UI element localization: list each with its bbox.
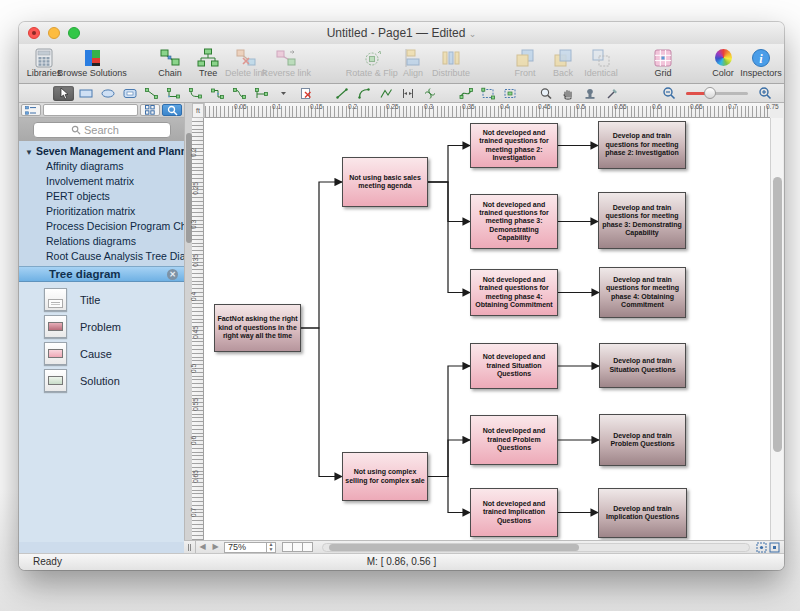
toolbar-libraries-button[interactable]: Libraries: [27, 46, 61, 78]
tree-connector-tool[interactable]: [207, 86, 228, 101]
diagram-node-solution[interactable]: Develop and train questions for meeting …: [598, 192, 686, 249]
front-icon: [514, 46, 536, 69]
diagram-connector[interactable]: [428, 182, 470, 293]
toolbar-label: Tree: [199, 68, 217, 78]
rectangle-tool[interactable]: [75, 86, 96, 101]
toolbar-tree-button[interactable]: Tree: [191, 46, 225, 78]
diagram-connector[interactable]: [428, 366, 470, 477]
canvas-vscroll-thumb[interactable]: [773, 177, 782, 452]
fit-selection-icon[interactable]: [769, 542, 780, 553]
diagram-node-solution[interactable]: Develop and train Implication Questions: [598, 488, 687, 538]
title-bar[interactable]: Untitled - Page1 — Edited ⌄: [19, 22, 784, 44]
diagram-connector[interactable]: [428, 146, 470, 183]
drawing-canvas[interactable]: FactNot asking the right kind of questio…: [204, 118, 770, 540]
diagram-node-cause[interactable]: Not developed and trained Implication Qu…: [470, 488, 558, 537]
select-tool[interactable]: [53, 86, 74, 101]
canvas-horizontal-scrollbar[interactable]: [322, 543, 750, 552]
library-item[interactable]: Affinity diagrams: [19, 159, 184, 174]
library-item[interactable]: Root Cause Analysis Tree Diagram: [19, 249, 184, 264]
library-item[interactable]: Involvement matrix: [19, 174, 184, 189]
library-item[interactable]: Process Decision Program Chart: [19, 219, 184, 234]
library-search-icon[interactable]: [162, 104, 182, 116]
prev-page-icon[interactable]: ◀: [196, 541, 209, 553]
ruler-label: 0.65: [690, 103, 703, 110]
diagram-node-branch[interactable]: Not using basic sales meeting agenda: [342, 157, 428, 207]
zoom-out-icon[interactable]: [658, 86, 679, 101]
page-tab[interactable]: [302, 542, 313, 552]
diagram-connector[interactable]: [301, 182, 342, 328]
spline-star-tool[interactable]: [419, 86, 440, 101]
diagram-node-solution[interactable]: Develop and train Situation Questions: [599, 343, 686, 388]
marquee-tool[interactable]: [477, 86, 498, 101]
diagram-node-problem[interactable]: FactNot asking the right kind of questio…: [214, 304, 301, 352]
canvas-hscroll-thumb[interactable]: [329, 544, 579, 551]
rounded-rectangle-tool[interactable]: [119, 86, 140, 101]
toolbar-chain-button[interactable]: Chain: [153, 46, 187, 78]
stencil-item-title[interactable]: Title: [19, 286, 184, 313]
diagram-node-cause[interactable]: Not developed and trained Problem Questi…: [470, 415, 558, 465]
curved-connector-tool[interactable]: [185, 86, 206, 101]
line-tool[interactable]: [331, 86, 352, 101]
diagram-node-cause[interactable]: Not developed and trained questions for …: [470, 269, 558, 316]
zoom-level-field[interactable]: 75% ▲▼: [224, 542, 276, 553]
zoom-in-icon[interactable]: [754, 86, 775, 101]
hand-tool[interactable]: [557, 86, 578, 101]
stencil-item-solution[interactable]: Solution: [19, 367, 184, 394]
library-tree-view-icon[interactable]: [21, 104, 41, 116]
lasso-tool[interactable]: [499, 86, 520, 101]
eyedropper-tool[interactable]: [601, 86, 622, 101]
toolbar-grid-button[interactable]: Grid: [646, 46, 680, 78]
stencil-panel-header[interactable]: Tree diagram ✕: [19, 266, 184, 282]
disclosure-triangle-icon[interactable]: ▼: [25, 148, 33, 157]
diagram-node-solution[interactable]: Develop and train Problem Questions: [599, 414, 686, 466]
connector-menu-tool[interactable]: [273, 86, 294, 101]
library-path-field[interactable]: [43, 104, 138, 116]
stencil-item-problem[interactable]: Problem: [19, 313, 184, 340]
spline-tool[interactable]: [455, 86, 476, 101]
library-item[interactable]: Relations diagrams: [19, 234, 184, 249]
smart-delete-tool[interactable]: [295, 86, 316, 101]
library-group-row[interactable]: ▼Seven Management and Planning T...: [19, 144, 184, 159]
dimension-tool[interactable]: [397, 86, 418, 101]
diagram-node-branch[interactable]: Not using complex selling for complex sa…: [342, 452, 428, 501]
chevron-down-icon[interactable]: ⌄: [469, 29, 477, 39]
close-panel-icon[interactable]: ✕: [167, 269, 178, 280]
next-page-icon[interactable]: ▶: [209, 541, 222, 553]
library-item[interactable]: Prioritization matrix: [19, 204, 184, 219]
toolbar-color-button[interactable]: Color: [706, 46, 740, 78]
elbow-connector-tool[interactable]: [163, 86, 184, 101]
ruler-label: 0.35: [192, 254, 199, 267]
s-connector-tool[interactable]: [229, 86, 250, 101]
direct-connector-tool[interactable]: {l}: [141, 86, 162, 101]
stamp-tool[interactable]: [579, 86, 600, 101]
sidebar-scrollbar[interactable]: [184, 103, 192, 553]
arc-tool[interactable]: [353, 86, 374, 101]
grid-view-icon[interactable]: [140, 104, 160, 116]
search-field[interactable]: [33, 122, 171, 138]
magnifier-tool[interactable]: [535, 86, 556, 101]
diagram-connector[interactable]: [428, 182, 470, 222]
zoom-slider[interactable]: [686, 92, 748, 95]
ruler-label: 0.2: [348, 103, 357, 110]
stencil-item-cause[interactable]: Cause: [19, 340, 184, 367]
diagram-connector[interactable]: [301, 328, 342, 477]
fit-page-icon[interactable]: [756, 542, 767, 553]
zoom-slider-knob[interactable]: [704, 87, 716, 99]
diagram-connector[interactable]: [428, 440, 470, 477]
toolbar-browse-solutions-button[interactable]: Browse Solutions: [65, 46, 119, 78]
search-input[interactable]: [84, 124, 132, 136]
toolbar-inspectors-button[interactable]: iInspectors: [744, 46, 778, 78]
canvas-vertical-scrollbar[interactable]: [770, 118, 783, 540]
diagram-node-solution[interactable]: Develop and train questions for meeting …: [599, 267, 686, 318]
zoom-stepper[interactable]: ▲▼: [266, 542, 275, 553]
diagram-node-cause[interactable]: Not developed and trained questions for …: [470, 123, 558, 168]
diagram-node-cause[interactable]: Not developed and trained questions for …: [470, 194, 558, 249]
bus-connector-tool[interactable]: [251, 86, 272, 101]
diagram-connector[interactable]: [428, 477, 470, 513]
polyline-tool[interactable]: [375, 86, 396, 101]
library-item[interactable]: PERT objects: [19, 189, 184, 204]
ellipse-tool[interactable]: [97, 86, 118, 101]
diagram-node-cause[interactable]: Not developed and trained Situation Ques…: [470, 343, 558, 389]
diagram-node-solution[interactable]: Develop and train questions for meeting …: [598, 121, 686, 169]
pane-splitter-handle[interactable]: [184, 541, 196, 554]
